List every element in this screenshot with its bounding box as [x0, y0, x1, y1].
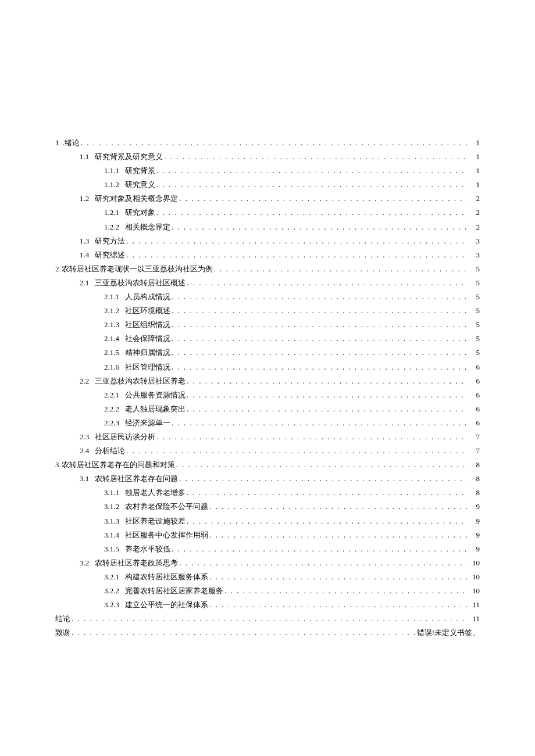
toc-number: 1.2.2: [104, 221, 119, 234]
toc-page-number: 6: [468, 389, 480, 402]
toc-page-number: 8: [468, 486, 480, 499]
toc-label: 1.2.1研究对象: [104, 206, 155, 219]
toc-title: 完善农转居社区居家养老服务: [125, 586, 223, 595]
toc-title: 三亚荔枝沟农转居社区养老: [95, 377, 186, 385]
toc-number: 2.2.2: [104, 403, 119, 415]
toc-label: 2.3社区居民访谈分析: [80, 431, 155, 443]
toc-title: 社区管理情况: [125, 363, 170, 371]
toc-number: 2.1.3: [104, 318, 119, 331]
toc-leader: [172, 291, 467, 303]
toc-entry: 3.1.3社区养老设施较差9: [55, 515, 480, 528]
toc-title: 养老水平较低: [125, 544, 170, 553]
toc-label: 1.4研究综述: [80, 249, 125, 261]
toc-title: 研究意义: [125, 180, 155, 189]
toc-entry: 1.1.1研究背景1: [55, 164, 480, 177]
toc-number: 2.1.6: [104, 361, 119, 374]
toc-label: 3.1.1独居老人养老增多: [104, 486, 186, 499]
toc-page-number: 8: [468, 472, 480, 485]
toc-label: 2.1.4社会保障情况: [104, 332, 170, 345]
toc-entry: 1.4研究综述3: [55, 249, 480, 261]
toc-label: 致谢: [55, 626, 70, 639]
toc-number: 1.1.1: [104, 164, 119, 177]
toc-number: 3.2: [80, 557, 89, 569]
toc-title: 公共服务资源情况: [125, 390, 186, 399]
toc-leader: [214, 263, 468, 275]
toc-number: 3.1: [80, 472, 89, 485]
toc-leader: [179, 192, 467, 205]
toc-title: 研究对象: [125, 208, 155, 217]
toc-page-number: 7: [468, 431, 480, 443]
toc-title: 社区居民访谈分析: [95, 432, 155, 441]
toc-page-number: 6: [468, 417, 480, 429]
toc-label: 2.4分析结论: [80, 445, 125, 457]
toc-leader: [172, 221, 467, 234]
toc-entry: 3农转居社区养老存在的问题和对策8: [55, 458, 480, 471]
toc-label: 2.2.1公共服务资源情况: [104, 389, 186, 402]
toc-entry: 3.2.3建立公平统一的社保体系11: [55, 599, 480, 611]
toc-leader: [209, 599, 467, 611]
toc-page-number: 5: [468, 346, 480, 359]
toc-label: 1.2研究对象及相关概念界定: [80, 192, 178, 205]
toc-entry: 1.1.2研究意义1: [55, 178, 480, 191]
toc-title: 结论: [55, 614, 70, 623]
toc-title: 社区环境概述: [125, 306, 170, 315]
toc-number: 1: [55, 137, 59, 149]
toc-label: 2.1.6社区管理情况: [104, 361, 170, 374]
toc-title: 农转居社区养老存在的问题和对策: [62, 460, 175, 469]
toc-number: 2.2.1: [104, 389, 119, 402]
toc-entry: 3.2.1构建农转居社区服务体系10: [55, 571, 480, 583]
toc-title: 构建农转居社区服务体系: [125, 572, 208, 581]
toc-page-number: 7: [468, 445, 480, 457]
toc-entry: 2.1.1人员构成情况5: [55, 291, 480, 303]
toc-leader: [156, 431, 467, 443]
toc-leader: [172, 332, 467, 345]
toc-entry: 2.3社区居民访谈分析7: [55, 431, 480, 443]
toc-entry: 3.1.5养老水平较低9: [55, 543, 480, 556]
toc-entry: 2.2三亚荔枝沟农转居社区养老6: [55, 375, 480, 388]
toc-entry: 1.2研究对象及相关概念界定2: [55, 192, 480, 205]
toc-page-number: 10: [468, 557, 480, 569]
toc-number: 2.4: [80, 445, 89, 457]
toc-page-number: 10: [468, 585, 480, 597]
toc-title: 经济来源单一: [125, 418, 170, 427]
toc-label: 3农转居社区养老存在的问题和对策: [55, 458, 175, 471]
toc-number: 2.3: [80, 431, 89, 443]
toc-page-number: 10: [468, 571, 480, 583]
toc-title: 农转居社区养老存在问题: [95, 474, 178, 483]
toc-entry: 3.1.4社区服务中心发挥作用弱9: [55, 529, 480, 542]
toc-entry: 2.1三亚荔枝沟农转居社区概述5: [55, 277, 480, 289]
toc-title: 人员构成情况: [125, 292, 170, 301]
toc-leader: [179, 472, 467, 485]
toc-entry: 1.绪论1: [55, 137, 480, 149]
toc-page-number: 5: [468, 304, 480, 317]
toc-page-number: 6: [468, 375, 480, 388]
toc-label: 3.1农转居社区养老存在问题: [80, 472, 178, 485]
toc-entry: 3.2.2完善农转居社区居家养老服务10: [55, 585, 480, 597]
toc-title: 三亚荔枝沟农转居社区概述: [95, 278, 186, 287]
toc-label: 3.1.4社区服务中心发挥作用弱: [104, 529, 208, 542]
toc-number: 3.1.2: [104, 500, 119, 513]
toc-label: 2.1三亚荔枝沟农转居社区概述: [80, 277, 186, 289]
toc-label: 3.2.1构建农转居社区服务体系: [104, 571, 208, 583]
toc-entry: 2.1.4社会保障情况5: [55, 332, 480, 345]
toc-label: 2农转居社区养老现状一以三亚荔枝沟社区为例: [55, 263, 213, 275]
toc-number: 1.2: [80, 192, 89, 205]
toc-page-number: 1: [468, 137, 480, 149]
toc-label: 1.1.2研究意义: [104, 178, 155, 191]
toc-title: 分析结论: [95, 446, 125, 455]
toc-title: 独居老人养老增多: [125, 488, 186, 497]
toc-leader: [187, 515, 467, 528]
toc-leader: [172, 346, 467, 359]
toc-leader: [172, 543, 467, 556]
toc-leader: [126, 235, 467, 248]
toc-leader: [156, 206, 467, 219]
toc-entry: 2.4分析结论7: [55, 445, 480, 457]
toc-label: 结论: [55, 612, 70, 625]
toc-leader: [126, 249, 467, 261]
toc-title: 精神归属情况: [125, 348, 170, 357]
toc-label: 3.1.5养老水平较低: [104, 543, 170, 556]
toc-number: 2.2: [80, 375, 89, 388]
toc-number: 3: [55, 458, 59, 471]
toc-number: 2.1: [80, 277, 89, 289]
toc-leader: [164, 151, 467, 163]
